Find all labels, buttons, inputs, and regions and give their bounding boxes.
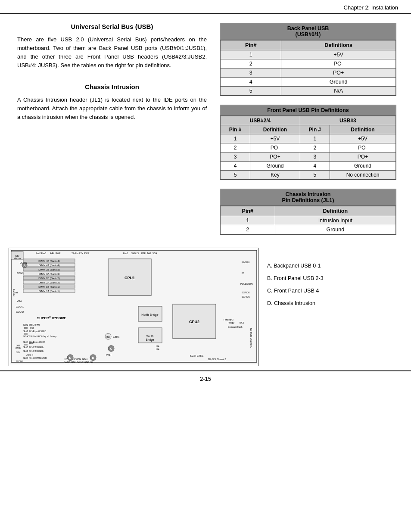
table-row: 5Key5No connection: [221, 171, 396, 180]
svg-text:A: A: [23, 264, 25, 267]
svg-text:PG1: PG1: [30, 327, 34, 330]
table-row: 2PO-2PO-: [221, 143, 396, 152]
chassis-section-title: Chassis Intrusion: [17, 83, 207, 90]
usb3-group-header: USB#3: [300, 116, 395, 125]
def2-cell: No connection: [330, 171, 396, 180]
legend-item: A. Backpanel USB 0-1: [267, 261, 324, 271]
svg-text:DIMM 2A (Bank 2): DIMM 2A (Bank 2): [38, 281, 59, 284]
svg-text:CTRL: CTRL: [16, 347, 21, 349]
usb-section: Universal Serial Bus (USB) There are fiv…: [17, 23, 207, 70]
def-cell: PO-: [281, 59, 396, 68]
def2-cell: +5V: [330, 134, 396, 143]
def1-cell: +5V: [250, 134, 300, 143]
svg-text:SUPER® X7DB8/E: SUPER® X7DB8/E: [37, 316, 66, 320]
def-cell: N/A: [281, 87, 396, 96]
svg-text:JCOM2: JCOM2: [16, 360, 23, 363]
svg-text:Bridge: Bridge: [146, 338, 154, 342]
def-cell: +5V: [281, 50, 396, 59]
svg-text:SGPIO2: SGPIO2: [242, 291, 250, 294]
svg-text:VGA: VGA: [153, 252, 157, 255]
def2-cell: PO-: [330, 143, 396, 152]
table-row: 1+5V1+5V: [221, 134, 396, 143]
usb-section-body: There are five USB 2.0 (Universal Serial…: [17, 35, 207, 70]
svg-text:DIMM 2B (Bank 2): DIMM 2B (Bank 2): [38, 277, 59, 280]
svg-text:VGA: VGA: [17, 300, 22, 302]
svg-text:JPA: JPA: [156, 345, 159, 348]
svg-text:SGPIO1: SGPIO1: [242, 296, 250, 298]
svg-text:Port: Port: [14, 291, 18, 294]
motherboard-svg: KB/ Mouse Fan2 Fan3 4-Pin PWR 24-Pin ATX…: [9, 248, 258, 364]
page-number: 2-15: [200, 376, 211, 382]
svg-text:DIMM 3B (Bank 3): DIMM 3B (Bank 3): [38, 268, 59, 271]
svg-rect-54: [24, 333, 28, 335]
front-panel-usb-table-container: Front Panel USB Pin Definitions USB#2/4 …: [220, 105, 396, 180]
svg-text:C: C: [110, 347, 112, 350]
svg-text:Slot6  PCI-X 133 MHz: Slot6 PCI-X 133 MHz: [23, 350, 44, 352]
svg-text:South: South: [146, 335, 154, 338]
ci-def-header: Definition: [275, 206, 395, 216]
ci-pin-cell: 1: [221, 216, 275, 225]
def-cell: PO+: [281, 68, 396, 78]
svg-text:F2-CPU: F2-CPU: [242, 261, 249, 264]
svg-text:JWO R: JWO R: [26, 354, 33, 356]
pin-cell: 4: [221, 78, 281, 87]
pin1-cell: 1: [221, 134, 250, 143]
table-row: 5N/A: [221, 87, 396, 96]
svg-rect-51: [24, 327, 28, 329]
svg-text:JWD: JWD: [29, 342, 34, 344]
table-row: 4Ground4Ground: [221, 162, 396, 171]
svg-text:Fan1: Fan1: [123, 252, 128, 255]
fp-pin2-header: Pin #: [300, 125, 330, 134]
svg-text:B: B: [92, 356, 94, 359]
pin2-cell: 2: [300, 143, 330, 152]
svg-text:PXH: PXH: [106, 354, 111, 356]
pin-cell: 2: [221, 59, 281, 68]
pin-cell: 3: [221, 68, 281, 78]
usb24-group-header: USB#2/4: [221, 116, 300, 125]
svg-text:SCSI CTRL: SCSI CTRL: [190, 355, 204, 357]
svg-text:PWLED/SPK: PWLED/SPK: [240, 283, 253, 285]
table-row: 4Ground: [221, 78, 396, 87]
svg-text:CPU1: CPU1: [125, 276, 135, 280]
svg-rect-62: [24, 344, 28, 345]
fp-def2-header: Definition: [330, 125, 396, 134]
chassis-intrusion-table-title: Chassis Intrusion Pin Definitions (JL1): [220, 189, 396, 206]
svg-text:Bat: Bat: [106, 336, 110, 338]
svg-text:4-Pin PWR: 4-Pin PWR: [50, 252, 61, 255]
diagram-section: KB/ Mouse Fan2 Fan3 4-Pin PWR 24-Pin ATX…: [0, 243, 411, 366]
right-column: Back Panel USB (USB#0/1) Pin# Definition…: [215, 14, 396, 243]
svg-text:DIMM 1B (Bank 1): DIMM 1B (Bank 1): [38, 286, 59, 288]
def-cell: Ground: [281, 78, 396, 87]
svg-text:PSF: PSF: [141, 252, 146, 255]
table-row: 3PO+: [221, 68, 396, 78]
svg-text:320 SCSI Channel B: 320 SCSI Channel B: [208, 358, 226, 361]
table-row: 1Intrusion Input: [221, 216, 396, 225]
svg-text:F3: F3: [242, 272, 244, 274]
chassis-intrusion-table: Pin# Definition 1Intrusion Input2Ground: [220, 206, 396, 234]
pin-cell: 5: [221, 87, 281, 96]
def2-cell: Ground: [330, 162, 396, 171]
svg-text:IDE1: IDE1: [240, 321, 244, 324]
svg-text:Slot7  PCI-100 MHz ZCR: Slot7 PCI-100 MHz ZCR: [23, 357, 47, 359]
table-row: 1+5V: [221, 50, 396, 59]
main-content: Universal Serial Bus (USB) There are fiv…: [0, 14, 411, 243]
table-row: 3PO+3PO+: [221, 152, 396, 162]
chassis-section: Chassis Intrusion A Chassis Intrusion he…: [17, 83, 207, 121]
svg-text:COM1: COM1: [17, 272, 24, 274]
svg-text:Slot5  PCI-X 133 MHz: Slot5 PCI-X 133 MHz: [23, 346, 44, 348]
def1-cell: PO-: [250, 143, 300, 152]
chapter-title: Chapter 2: Installation: [344, 4, 398, 11]
svg-text:SMBUS: SMBUS: [131, 252, 139, 255]
pin1-cell: 3: [221, 152, 250, 162]
def1-cell: Ground: [250, 162, 300, 171]
svg-text:DIMM 4B (Bank 4): DIMM 4B (Bank 4): [38, 260, 59, 262]
ci-def-cell: Intrusion Input: [275, 216, 395, 225]
pin1-cell: 2: [221, 143, 250, 152]
svg-text:Mouse: Mouse: [14, 257, 21, 260]
motherboard-diagram: KB/ Mouse Fan2 Fan3 4-Pin PWR 24-Pin ATX…: [9, 248, 258, 366]
ci-pin-cell: 2: [221, 225, 275, 234]
table-row: 2Ground: [221, 225, 396, 234]
pin2-cell: 5: [300, 171, 330, 180]
svg-text:North Bridge: North Bridge: [141, 313, 158, 317]
legend-item: C. Front Panel USB 4: [267, 286, 324, 296]
